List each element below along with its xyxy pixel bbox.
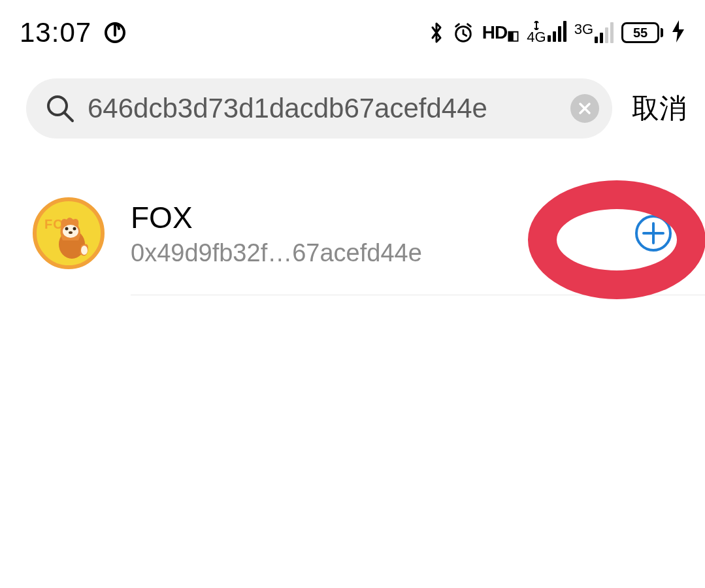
bluetooth-icon	[429, 21, 444, 44]
status-right: HD◧ 4G 3G 55	[429, 20, 685, 45]
token-name: FOX	[131, 200, 608, 235]
svg-point-6	[65, 227, 69, 231]
token-address: 0x49d9fb32f…67acefd44e	[131, 239, 608, 267]
search-icon	[46, 94, 74, 123]
search-row: 取消	[0, 65, 705, 152]
battery-indicator: 55	[621, 22, 663, 43]
signal-4g-label: 4G	[527, 30, 546, 44]
svg-point-7	[73, 227, 76, 231]
hd-indicator: HD◧	[482, 22, 519, 43]
clear-search-button[interactable]	[570, 94, 599, 123]
add-token-button[interactable]	[634, 214, 672, 252]
close-icon	[577, 101, 593, 116]
fox-icon	[50, 213, 91, 261]
plus-circle-icon	[634, 214, 672, 252]
token-avatar: FOX	[33, 197, 105, 269]
hd-label: HD	[482, 22, 507, 43]
svg-line-3	[65, 113, 73, 121]
svg-point-8	[69, 231, 73, 234]
signal-3g: 3G	[574, 22, 614, 43]
status-left: 13:07	[20, 17, 127, 48]
signal-3g-label: 3G	[574, 22, 593, 37]
search-input[interactable]	[88, 93, 557, 124]
search-field[interactable]	[26, 78, 612, 139]
alarm-icon	[452, 22, 474, 44]
status-time: 13:07	[20, 17, 91, 48]
charging-icon	[671, 20, 685, 45]
status-bar: 13:07 HD◧ 4G	[0, 0, 705, 65]
signal-4g: 4G	[527, 21, 566, 44]
divider	[131, 295, 705, 295]
token-result-row[interactable]: FOX FOX 0x49d9fb32f…67acefd44e	[0, 184, 705, 282]
svg-point-9	[81, 246, 88, 255]
cancel-button[interactable]: 取消	[632, 90, 687, 127]
battery-level: 55	[633, 25, 648, 41]
netease-icon	[103, 21, 127, 44]
token-info: FOX 0x49d9fb32f…67acefd44e	[131, 200, 608, 267]
search-results: FOX FOX 0x49d9fb32f…67acefd44e	[0, 152, 705, 282]
